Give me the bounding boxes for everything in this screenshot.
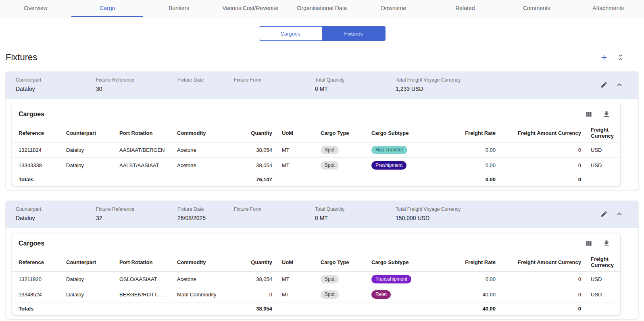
cell-commodity: Acetone: [172, 272, 238, 287]
cell-uom: MT: [277, 287, 316, 302]
total-quantity-field: Total Quantity 0 MT: [315, 206, 396, 222]
fixture-form-label: Fixture Form: [234, 206, 315, 212]
download-button[interactable]: [602, 239, 611, 248]
column-header-counterpart: Counterpart: [61, 253, 115, 272]
cell-cargo-subtype: Transshipment: [367, 272, 440, 287]
tab-organisational-data[interactable]: Organisational Data: [286, 0, 358, 17]
cargoes-panel: Cargoes ReferenceCounterpartPort Rotatio…: [12, 104, 620, 186]
cell-freight-rate: 40.00: [440, 302, 500, 315]
cell-cargo-subtype: Relet: [367, 287, 440, 302]
tab-overview[interactable]: Overview: [0, 0, 71, 17]
table-row[interactable]: 13343338DataloyAALST/AASIAATAcetone38,05…: [12, 158, 620, 173]
fixture-date-field: Fixture Date 26/08/2025: [177, 206, 234, 222]
cell-counterpart: Dataloy: [61, 272, 115, 287]
cell-counterpart: Dataloy: [61, 143, 115, 158]
fixture-form-field: Fixture Form: [234, 206, 315, 222]
cell-commodity: Acetone: [172, 143, 238, 158]
cargo-subtype-chip: Relet: [371, 290, 391, 299]
page-title: Fixtures: [6, 52, 37, 63]
collapse-all-button[interactable]: [617, 53, 625, 61]
cell-freight-amount-currency: 0: [500, 287, 586, 302]
cell-port-rotation: OSLO/AASIAAT: [115, 272, 172, 287]
edit-fixture-button[interactable]: [600, 210, 608, 218]
totals-row: Totals38,05440.000: [12, 302, 620, 315]
toggle-fixtures[interactable]: Fixtures: [322, 26, 386, 41]
columns-button[interactable]: [585, 110, 593, 118]
column-header-freight-currency: Freight Currency: [586, 253, 620, 272]
cell-reference: 13348524: [12, 287, 61, 302]
column-header-cargo-type: Cargo Type: [316, 124, 367, 143]
column-header-cargo-subtype: Cargo Subtype: [367, 253, 440, 272]
tab-downtime[interactable]: Downtime: [358, 0, 429, 17]
column-header-port-rotation: Port Rotation: [115, 253, 172, 272]
cargo-type-chip: Spot: [321, 275, 339, 283]
counterpart-value: Dataloy: [16, 215, 96, 222]
page-header: Fixtures: [0, 41, 644, 69]
cell-quantity: 38,054: [238, 302, 277, 315]
cell-freight-currency: [586, 302, 620, 315]
toggle-cargoes[interactable]: Cargoes: [259, 26, 322, 41]
tab-related[interactable]: Related: [429, 0, 501, 17]
cell-quantity: 76,107: [238, 173, 277, 186]
columns-button[interactable]: [585, 239, 593, 248]
cell-cargo-type: Spot: [316, 272, 367, 287]
fixture-date-field: Fixture Date: [177, 77, 234, 92]
counterpart-field: Counterpart Dataloy: [16, 206, 96, 222]
cell-cargo-subtype: Preshipment: [367, 158, 440, 173]
cargo-subtype-chip: Preshipment: [371, 161, 406, 170]
fixture-reference-label: Fixture Reference: [96, 206, 177, 212]
column-header-quantity: Quantity: [238, 253, 277, 272]
tab-various-cost-revenue[interactable]: Various Cost/Revenue: [215, 0, 286, 17]
cell-quantity: 38,054: [238, 272, 277, 287]
total-freight-field: Total Freight Voyage Currency 1,233 USD: [396, 77, 600, 92]
column-header-reference: Reference: [12, 253, 61, 272]
cell-freight-rate: 40.00: [440, 287, 500, 302]
tab-attachments[interactable]: Attachments: [573, 0, 644, 17]
cell-quantity: 38,054: [238, 158, 277, 173]
tab-cargo[interactable]: Cargo: [71, 0, 143, 17]
download-button[interactable]: [602, 110, 611, 118]
cell-freight-amount-currency: 0: [500, 302, 586, 315]
cell-freight-currency: USD: [586, 158, 620, 173]
collapse-fixture-button[interactable]: [615, 80, 624, 89]
table-header-row: ReferenceCounterpartPort RotationCommodi…: [12, 253, 620, 272]
column-header-counterpart: Counterpart: [61, 124, 115, 143]
edit-fixture-button[interactable]: [600, 81, 608, 88]
tab-comments[interactable]: Comments: [501, 0, 572, 17]
cargoes-fixtures-toggle: Cargoes Fixtures: [259, 26, 386, 41]
collapse-fixture-button[interactable]: [615, 210, 624, 218]
cargoes-table: ReferenceCounterpartPort RotationCommodi…: [12, 124, 620, 186]
cell-freight-currency: USD: [586, 143, 620, 158]
fixture-date-label: Fixture Date: [177, 77, 234, 83]
column-header-commodity: Commodity: [172, 124, 238, 143]
fixture-card: Counterpart Dataloy Fixture Reference 32…: [6, 201, 638, 319]
add-fixture-button[interactable]: [600, 53, 609, 62]
fixture-form-label: Fixture Form: [234, 77, 315, 83]
cell-cargo-type: Spot: [316, 143, 367, 158]
cell-reference: 13211824: [12, 143, 61, 158]
table-row[interactable]: 13211824DataloyAASIAAT/BERGENAcetone38,0…: [12, 143, 620, 158]
download-icon: [602, 239, 611, 248]
cell-uom: MT: [277, 143, 316, 158]
table-row[interactable]: 13348524DataloyBERGEN/ROTT...Mabl Commod…: [12, 287, 620, 302]
cargoes-title: Cargoes: [19, 240, 44, 247]
total-freight-label: Total Freight Voyage Currency: [396, 206, 600, 212]
totals-row: Totals76,1070.000: [12, 173, 620, 186]
cargoes-table: ReferenceCounterpartPort RotationCommodi…: [12, 253, 620, 315]
fixture-reference-field: Fixture Reference 32: [96, 206, 177, 222]
counterpart-label: Counterpart: [16, 206, 96, 212]
fixture-reference-value: 30: [96, 86, 177, 92]
cell-port-rotation: [115, 302, 172, 315]
tab-bunkers[interactable]: Bunkers: [143, 0, 215, 17]
total-freight-value: 1,233 USD: [396, 86, 600, 92]
column-header-cargo-type: Cargo Type: [316, 253, 367, 272]
top-tab-bar: Overview Cargo Bunkers Various Cost/Reve…: [0, 0, 644, 17]
cargoes-title: Cargoes: [19, 111, 44, 118]
cell-uom: [277, 173, 316, 186]
table-row[interactable]: 13211920DataloyOSLO/AASIAATAcetone38,054…: [12, 272, 620, 287]
cell-quantity: 0: [238, 287, 277, 302]
cell-port-rotation: AALST/AASIAAT: [115, 158, 172, 173]
column-header-quantity: Quantity: [238, 124, 277, 143]
cell-freight-rate: 0.00: [440, 272, 500, 287]
fixture-form-value: [234, 86, 315, 92]
